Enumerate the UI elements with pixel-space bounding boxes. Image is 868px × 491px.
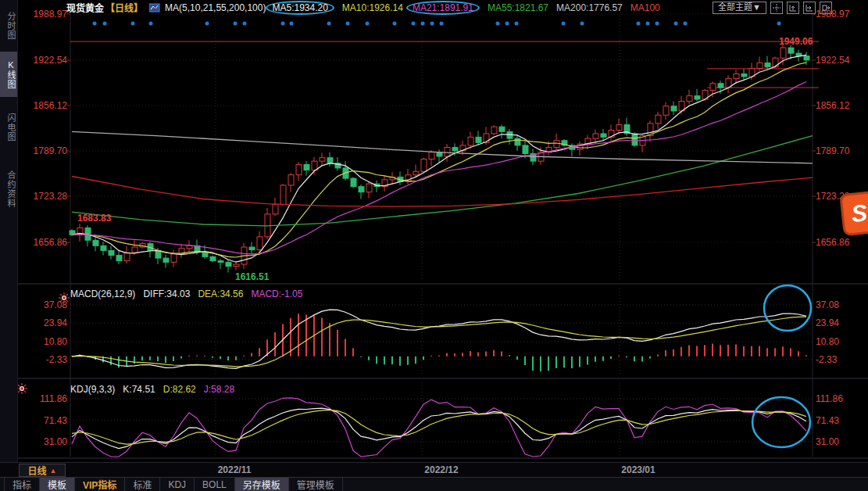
axis-label: 1922.54: [816, 55, 849, 66]
sidebar-item-2[interactable]: 闪电图: [0, 105, 17, 150]
axis-label: 1856.12: [816, 100, 849, 111]
axis-label: 31.00: [816, 436, 839, 447]
axis-label: 10.80: [816, 336, 839, 347]
period-arrow-icon: ▲: [50, 467, 57, 475]
ma-value-0: MA5:1934.20: [266, 1, 334, 15]
sidebar-item-1[interactable]: K线图: [0, 52, 17, 97]
chart-type-icon[interactable]: [149, 3, 160, 13]
axis-label: 1789.70: [816, 145, 849, 156]
toolbar-tab-4[interactable]: KDJ: [160, 478, 195, 491]
indicator-toolbar: 指标模板VIP指标标准KDJBOLL另存模板管理模板: [0, 477, 868, 491]
date-axis-bar: 日线 ▲ 2022/112022/122023/01: [0, 462, 868, 478]
toolbar-tab-6[interactable]: 另存模板: [235, 478, 289, 491]
axis-label: 37.08: [19, 299, 67, 310]
axis-label: 1789.70: [19, 145, 67, 156]
chart-header: 现货黄金 【日线】 MA(5,10,21,55,200,100) MA5:193…: [17, 0, 868, 15]
trading-app: 现货黄金 【日线】 MA(5,10,21,55,200,100) MA5:193…: [0, 0, 868, 491]
toolbar-tab-1[interactable]: 模板: [40, 478, 75, 491]
ma-value-2: MA21:1891.91: [406, 1, 480, 15]
axis-label: 23.94: [19, 317, 67, 328]
axis-label: -2.33: [19, 354, 67, 365]
crosshair-icon[interactable]: [770, 2, 783, 14]
symbol-name: 现货黄金: [66, 1, 104, 14]
period-selector[interactable]: 日线 ▲: [19, 464, 66, 477]
new-pane-icon[interactable]: [820, 2, 832, 14]
axis-label: 71.43: [816, 415, 839, 426]
axis-label: 37.08: [816, 299, 839, 310]
toolbar-tab-5[interactable]: BOLL: [195, 478, 235, 491]
kdj-header: KDJ(9,3,3) K:74.51 D:82.62 J:58.28: [70, 384, 234, 395]
sidebar-item-3[interactable]: 合约资料: [0, 159, 17, 219]
axis-label: 1922.54: [19, 55, 67, 66]
floating-logo-badge[interactable]: S: [839, 191, 868, 237]
axis-label: 1723.28: [19, 191, 67, 202]
axis-label: 31.00: [19, 436, 67, 447]
zoom-horizontal-icon[interactable]: [803, 2, 816, 14]
macd-header: MACD(26,12,9) DIFF:34.03 DEA:34.56 MACD:…: [70, 289, 302, 299]
date-label-2: 2023/01: [621, 464, 655, 475]
axis-label: 23.94: [816, 317, 839, 328]
ma-settings-label: MA(5,10,21,55,200,100): [165, 2, 266, 13]
macd-diff-value: DIFF:34.03: [143, 289, 190, 299]
theme-selector-button[interactable]: 全部主题▼: [713, 2, 766, 14]
date-label-0: 2022/11: [218, 464, 252, 475]
chart-mode-sidebar: 分时图K线图闪电图合约资料: [0, 0, 18, 463]
kdj-d-value: D:82.62: [163, 384, 196, 395]
toolbar-tab-2[interactable]: VIP指标: [75, 478, 125, 491]
kdj-k-value: K:74.51: [123, 384, 155, 395]
ma-value-1: MA10:1926.14: [342, 2, 403, 13]
macd-title: MACD(26,12,9): [70, 289, 135, 299]
chart-canvas[interactable]: [0, 0, 868, 491]
toolbar-tab-0[interactable]: 指标: [4, 478, 40, 491]
macd-bar-value: MACD:-1.05: [251, 289, 302, 299]
toolbar-tab-3[interactable]: 标准: [125, 478, 160, 491]
ma-value-4: MA200:1776.57: [556, 2, 623, 13]
zoom-vertical-icon[interactable]: [787, 2, 799, 14]
ma-values-row: MA5:1934.20MA10:1926.14MA21:1891.91MA55:…: [270, 1, 667, 15]
axis-label: 1656.86: [19, 237, 67, 248]
axis-label: 111.86: [19, 393, 67, 404]
sidebar-item-0[interactable]: 分时图: [0, 5, 17, 47]
swing-high-label: 1683.83: [77, 213, 111, 224]
high-price-label: 1949.06: [779, 36, 813, 47]
axis-label: -2.33: [816, 354, 837, 365]
ma-value-5: MA100: [630, 2, 660, 13]
kdj-j-value: J:58.28: [204, 384, 234, 395]
axis-label: 1656.86: [816, 237, 849, 248]
axis-label: 1856.12: [19, 100, 67, 111]
macd-dea-value: DEA:34.56: [198, 289, 243, 299]
ma-value-3: MA55:1821.67: [488, 2, 548, 13]
axis-label: 111.86: [816, 393, 843, 404]
axis-label: 10.80: [19, 336, 67, 347]
toolbar-tab-7[interactable]: 管理模板: [289, 478, 343, 491]
kdj-title: KDJ(9,3,3): [70, 384, 115, 395]
period-label: 日线: [28, 464, 47, 477]
date-label-1: 2022/12: [424, 464, 458, 475]
low-price-label: 1616.51: [235, 271, 269, 282]
axis-label: 71.43: [19, 415, 67, 426]
period-tag: 【日线】: [105, 1, 143, 14]
